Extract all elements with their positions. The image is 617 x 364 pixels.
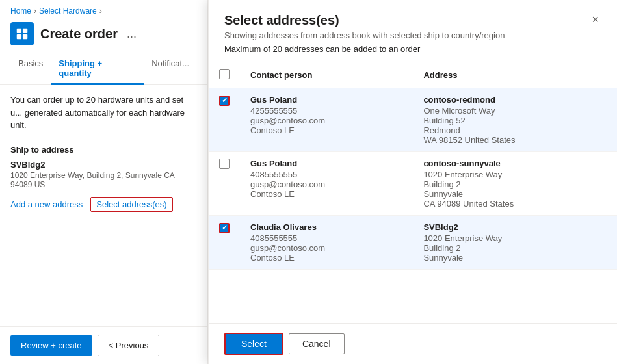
order-header: Create order ... (0, 20, 207, 53)
left-panel: Home › Select Hardware › Create order ..… (0, 0, 208, 364)
row3-checkbox-cell (209, 216, 240, 270)
address-name: SVBldg2 (10, 160, 197, 170)
cancel-button[interactable]: Cancel (289, 333, 345, 354)
select-addresses-modal: Select address(es) Showing addresses fro… (208, 0, 617, 364)
row2-company: Contoso LE (250, 189, 402, 199)
row2-address: contoso-sunnyvale 1020 Enterprise Way Bu… (413, 152, 617, 216)
row2-addr-name: contoso-sunnyvale (423, 159, 607, 168)
address-links: Add a new address Select address(es) (10, 197, 197, 212)
modal-close-button[interactable]: × (589, 13, 601, 27)
left-footer: Review + create < Previous (0, 326, 207, 364)
col-contact-person: Contact person (240, 62, 413, 88)
tab-basics[interactable]: Basics (10, 53, 51, 84)
table-header-row: Contact person Address (209, 62, 617, 88)
row3-addr-line2: Building 2 (423, 243, 607, 253)
order-icon (10, 22, 34, 46)
row1-email: gusp@contoso.com (250, 116, 402, 125)
review-create-button[interactable]: Review + create (10, 335, 92, 356)
row1-phone: 4255555555 (250, 106, 402, 116)
row2-phone: 4085555555 (250, 170, 402, 179)
row2-contact-name: Gus Poland (250, 159, 402, 168)
row2-addr-region: CA 94089 United States (423, 199, 607, 209)
row1-addr-region: WA 98152 United States (423, 135, 607, 145)
row3-checkbox[interactable] (219, 223, 230, 233)
tabs-bar: Basics Shipping + quantity Notificat... (0, 53, 207, 84)
order-more-button[interactable]: ... (127, 27, 137, 41)
row1-address: contoso-redmond One Microsoft Way Buildi… (413, 88, 617, 152)
breadcrumb-sep-2: › (99, 6, 102, 16)
breadcrumb-sep-1: › (34, 6, 36, 16)
svg-rect-1 (23, 29, 27, 33)
row2-addr-city: Sunnyvale (423, 189, 607, 199)
row3-company: Contoso LE (250, 253, 402, 263)
row1-company: Contoso LE (250, 125, 402, 135)
row3-addr-name: SVBldg2 (423, 222, 607, 232)
row3-addr-city: Sunnyvale (423, 253, 607, 263)
modal-header: Select address(es) Showing addresses fro… (209, 0, 617, 62)
row3-email: gusp@contoso.com (250, 243, 402, 253)
row2-email: gusp@contoso.com (250, 179, 402, 189)
breadcrumb-select-hardware[interactable]: Select Hardware (39, 6, 97, 16)
row1-checkbox[interactable] (219, 96, 230, 106)
header-checkbox-cell (209, 62, 240, 88)
row1-checkbox-cell (209, 88, 240, 152)
row3-phone: 4085555555 (250, 233, 402, 243)
row3-contact-name: Claudia Olivares (250, 222, 402, 232)
row1-addr-city: Redmond (423, 125, 607, 135)
row3-addr-line1: 1020 Enterprise Way (423, 233, 607, 243)
info-text: You can order up to 20 hardware units an… (10, 94, 197, 132)
row1-addr-name: contoso-redmond (423, 95, 607, 105)
table-row: Gus Poland 4085555555 gusp@contoso.com C… (209, 152, 617, 216)
address-table: Contact person Address Gus Poland 425555… (209, 62, 617, 270)
modal-footer: Select Cancel (209, 323, 617, 364)
row3-address: SVBldg2 1020 Enterprise Way Building 2 S… (413, 216, 617, 270)
modal-body: Contact person Address Gus Poland 425555… (209, 62, 617, 323)
table-row: Gus Poland 4255555555 gusp@contoso.com C… (209, 88, 617, 152)
row1-contact-name: Gus Poland (250, 95, 402, 105)
row3-contact: Claudia Olivares 4085555555 gusp@contoso… (240, 216, 413, 270)
ship-to-label: Ship to address (10, 145, 197, 155)
modal-note: Maximum of 20 addresses can be added to … (224, 44, 505, 54)
modal-subtitle: Showing addresses from address book with… (224, 31, 505, 40)
row1-contact: Gus Poland 4255555555 gusp@contoso.com C… (240, 88, 413, 152)
add-new-address-link[interactable]: Add a new address (10, 200, 83, 209)
col-address: Address (413, 62, 617, 88)
row2-addr-line2: Building 2 (423, 179, 607, 189)
row2-addr-line1: 1020 Enterprise Way (423, 170, 607, 179)
previous-button[interactable]: < Previous (98, 335, 160, 356)
table-row: Claudia Olivares 4085555555 gusp@contoso… (209, 216, 617, 270)
header-checkbox[interactable] (219, 69, 230, 79)
address-detail: 1020 Enterprise Way, Building 2, Sunnyva… (10, 171, 197, 189)
tab-shipping-quantity[interactable]: Shipping + quantity (51, 53, 144, 84)
row2-contact: Gus Poland 4085555555 gusp@contoso.com C… (240, 152, 413, 216)
order-title: Create order (40, 27, 118, 42)
modal-title: Select address(es) (224, 13, 505, 28)
row1-addr-line1: One Microsoft Way (423, 106, 607, 116)
select-button[interactable]: Select (224, 333, 283, 355)
row2-checkbox[interactable] (219, 159, 230, 169)
modal-header-text: Select address(es) Showing addresses fro… (224, 13, 505, 54)
tab-notification[interactable]: Notificat... (144, 53, 197, 84)
breadcrumb-home[interactable]: Home (10, 6, 31, 16)
svg-rect-0 (17, 29, 21, 33)
svg-rect-2 (17, 34, 21, 39)
left-content: You can order up to 20 hardware units an… (0, 84, 207, 326)
row1-addr-line2: Building 52 (423, 116, 607, 125)
svg-rect-3 (23, 34, 27, 39)
row2-checkbox-cell (209, 152, 240, 216)
select-addresses-link[interactable]: Select address(es) (90, 197, 172, 212)
breadcrumb: Home › Select Hardware › (0, 0, 207, 20)
address-box: SVBldg2 1020 Enterprise Way, Building 2,… (10, 160, 197, 189)
